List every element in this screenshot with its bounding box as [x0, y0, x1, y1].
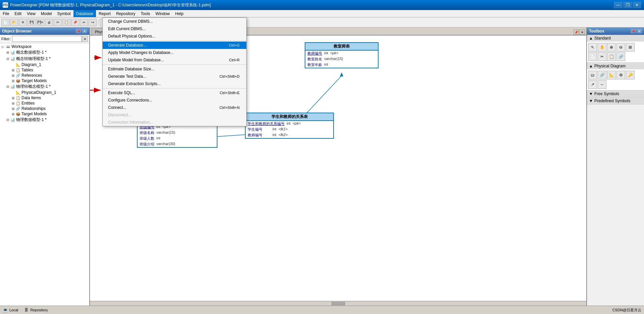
filter-clear-button[interactable]: ✕ [82, 36, 88, 42]
menu-edit-dbms[interactable]: Edit Current DBMS... [103, 25, 246, 33]
expand-icon-conceptual1[interactable]: ⊞ [5, 50, 10, 55]
menu-window[interactable]: Window [153, 10, 172, 17]
tab-close-button[interactable]: ✕ [580, 29, 585, 35]
tool-link[interactable]: 🔗 [616, 52, 625, 61]
tool-proc[interactable]: ⚙ [616, 71, 625, 79]
tree-item-relationships[interactable]: ⊞ 🔗 Relationships [0, 106, 89, 111]
tree-item-workspace[interactable]: ▷ 🗂 Workspace [0, 44, 89, 49]
tb-save[interactable]: 💾 [28, 19, 36, 26]
menu-repository[interactable]: Repository [113, 10, 138, 17]
menu-report[interactable]: Report [96, 10, 113, 17]
toolbox-close-button[interactable]: ✕ [637, 29, 642, 34]
expand-icon-entities[interactable]: ⊞ [11, 101, 15, 106]
menu-symbol[interactable]: Symbol [55, 10, 73, 17]
tab-pin-button[interactable]: 📌 [574, 29, 579, 35]
expand-icon-references[interactable]: ⊞ [11, 73, 15, 78]
tb-print[interactable]: 🖨 [45, 19, 53, 26]
tool-cut[interactable]: ✂ [598, 52, 606, 61]
menu-change-dbms[interactable]: Change Current DBMS... [103, 18, 246, 25]
tree-item-entities[interactable]: ⊞ 📋 Entities [0, 101, 89, 106]
tree-item-dataitems[interactable]: ⊞ 📋 Data Items [0, 95, 89, 101]
tool-view[interactable]: 📐 [607, 71, 616, 79]
expand-icon-tables[interactable]: ⊞ [11, 68, 15, 72]
tool-zoom-in[interactable]: ⊕ [607, 43, 616, 52]
status-local[interactable]: 💻 Local [3, 307, 18, 313]
toolbox-section-free-header[interactable]: ▼ Free Symbols [587, 90, 644, 97]
tool-zoom-out[interactable]: ⊖ [616, 43, 625, 52]
menu-generate-test[interactable]: Generate Test Data... Ctrl+Shift+D [103, 73, 246, 80]
filter-input[interactable] [12, 36, 82, 42]
tb-copy[interactable]: 📋 [62, 19, 70, 26]
tool-table[interactable]: 🗂 [588, 71, 597, 79]
tree-item-diagram1[interactable]: 📐 Diagram_1 [0, 62, 89, 67]
tb-cut[interactable]: ✂ [54, 19, 62, 26]
tree-item-physicalconcept1[interactable]: ⊟ 📊 物理转概念模型-1 [0, 83, 89, 90]
tool-zoom-page[interactable]: 📄 [588, 52, 597, 61]
tree-item-targetmodels2[interactable]: ⊞ 📦 Target Models [0, 111, 89, 117]
panel-close-button[interactable]: ✕ [82, 29, 87, 34]
expand-icon-dataitems[interactable]: ⊞ [11, 96, 15, 100]
table-student-teacher[interactable]: 学生和教师的关系表 学生和教师的关系编号 int <pk> 学生编号 int <… [245, 113, 334, 139]
expand-icon-targetmodels1[interactable]: ⊞ [11, 78, 15, 83]
horizontal-scrollbar[interactable] [90, 301, 586, 306]
tool-arrow1[interactable]: ↗ [588, 80, 597, 89]
tool-copy[interactable]: 📋 [607, 52, 616, 61]
menu-update-model[interactable]: Update Model from Database... Ctrl+R [103, 56, 246, 64]
minimize-button[interactable]: — [614, 2, 623, 8]
menu-help[interactable]: Help [172, 10, 186, 17]
tree-item-tables[interactable]: ⊞ 📋 Tables [0, 67, 89, 73]
expand-icon-relationships[interactable]: ⊞ [11, 106, 15, 111]
menu-generate-database[interactable]: Generate Database... Ctrl+G [103, 42, 246, 49]
tool-zoom-rect[interactable]: ⊞ [626, 43, 635, 52]
tree-item-targetmodels1[interactable]: ⊞ 📦 Target Models [0, 78, 89, 83]
tree-item-references[interactable]: ⊞ 🔗 References [0, 73, 89, 78]
panel-pin-button[interactable]: 📌 [76, 29, 81, 34]
tree-item-physicaldiagram1[interactable]: 📐 PhysicalDiagram_1 [0, 90, 89, 95]
scrollbar-thumb[interactable] [332, 302, 345, 305]
tool-hand[interactable]: ✋ [598, 43, 606, 52]
menu-database[interactable]: Database [73, 10, 96, 17]
title-bar-buttons[interactable]: — ❐ ✕ [614, 2, 641, 8]
expand-icon-conceptphysical1[interactable]: ⊟ [5, 57, 10, 61]
menu-default-physical[interactable]: Default Physical Options... [103, 33, 246, 40]
tb-new[interactable]: 📄 [1, 19, 9, 26]
tb-redo[interactable]: ↪ [89, 19, 97, 26]
menu-connect[interactable]: Connect... Ctrl+Shift+N [103, 104, 246, 111]
expand-icon-targetmodels2[interactable]: ⊞ [11, 112, 15, 116]
menu-file[interactable]: File [0, 10, 12, 17]
panel-header-buttons[interactable]: 📌 ✕ [76, 29, 87, 34]
tree-item-conceptphysical1[interactable]: ⊟ 📊 概念转物理模型-1 [0, 56, 89, 62]
tool-arrow2[interactable]: ↔ [598, 80, 606, 89]
status-repository[interactable]: 🗄 Repository [23, 307, 48, 313]
tb-paste[interactable]: 📌 [71, 19, 79, 26]
tb-open[interactable]: 📂 [10, 19, 18, 26]
menu-estimate-size[interactable]: Estimate Database Size... [103, 65, 246, 73]
targetmodels-icon1: 📦 [15, 78, 21, 83]
expand-icon-physical1[interactable]: ⊟ [5, 118, 10, 122]
tree-item-physical1[interactable]: ⊟ 📊 物理数据模型-1 [0, 117, 89, 123]
tb-undo[interactable]: ↩ [80, 19, 88, 26]
toolbox-section-predefined-header[interactable]: ▼ Predefined Symbols [587, 98, 644, 104]
restore-button[interactable]: ❐ [623, 2, 632, 8]
menu-model[interactable]: Model [38, 10, 55, 17]
table-classroom[interactable]: 教室师表 教师编号 int <pk> 教室姓名 varchar(15) 教室年龄… [305, 42, 379, 68]
menu-edit[interactable]: Edit [12, 10, 24, 17]
menu-configure-connections[interactable]: Configure Connections... [103, 97, 246, 104]
toolbox-pin-button[interactable]: 📌 [631, 29, 636, 34]
menu-execute-sql[interactable]: Execute SQL... Ctrl+Shift+E [103, 89, 246, 97]
tree-item-conceptual1[interactable]: ⊞ 📊 概念数据模型-1 [0, 49, 89, 56]
tool-ref[interactable]: 🔗 [598, 71, 606, 79]
toolbox-section-standard-header[interactable]: ▲ Standard [587, 35, 644, 42]
tb-saveall[interactable]: 💾+ [36, 19, 44, 26]
expand-icon-workspace[interactable]: ▷ [1, 44, 5, 49]
tool-select[interactable]: ↖ [588, 43, 597, 52]
toolbox-section-physical-header[interactable]: ▲ Physical Diagram [587, 63, 644, 69]
tool-key[interactable]: 🔑 [626, 71, 635, 79]
expand-icon-physicalconcept1[interactable]: ⊟ [5, 84, 10, 89]
tb-close[interactable]: ✕ [19, 19, 27, 26]
menu-view[interactable]: View [24, 10, 38, 17]
menu-tools[interactable]: Tools [138, 10, 153, 17]
menu-apply-model-changes[interactable]: Apply Model Changes to Database... [103, 49, 246, 56]
close-button[interactable]: ✕ [633, 2, 641, 8]
menu-generate-extraction[interactable]: Generate Extraction Scripts... [103, 80, 246, 87]
